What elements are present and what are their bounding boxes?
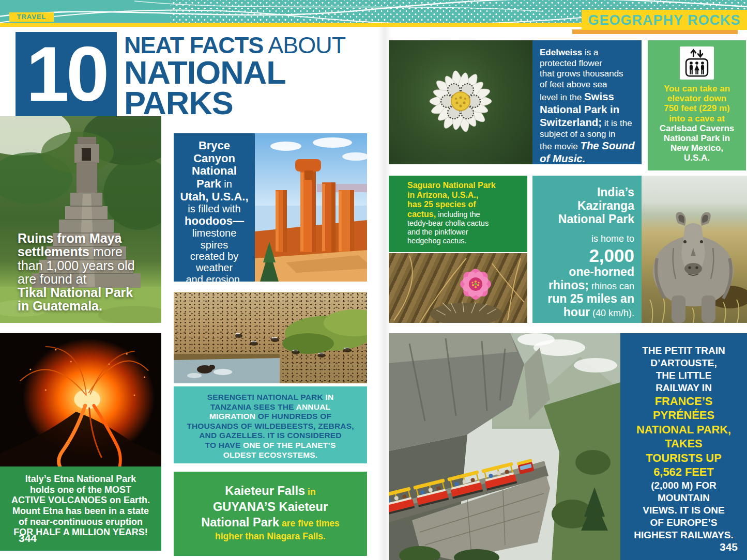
fact-tikal: Ruins from Maya settlements more than 1,… [18,231,161,313]
serengeti-migration-photo [174,292,367,383]
fact-count-badge: 10 [16,32,117,118]
fact-carlsbad: You can take an elevator down 750 feet (… [648,40,746,170]
edelweiss-photo [389,40,532,164]
volcano-eruption-illustration [0,333,161,466]
cactus-flower-photo [389,253,527,323]
fact-saguaro: Saguaro National Park in Arizona, U.S.A.… [389,176,527,252]
section-label-travel: TRAVEL [9,12,54,22]
bryce-canyon-photo [255,133,367,282]
fact-kaieteur: Kaieteur Falls in GUYANA’S Kaieteur Nati… [174,472,367,556]
edelweiss-flower-illustration [389,40,532,164]
rhino-photo [642,176,747,323]
fact-carlsbad-text: You can take an elevator down 750 feet (… [651,84,743,163]
tikal-photo: Ruins from Maya settlements more than 1,… [0,116,161,323]
page-number-left: 344 [19,532,37,554]
rhino-illustration [642,176,747,323]
train-photo [389,333,620,560]
mountain-railway-illustration [389,333,620,560]
fact-train-text: THE PETIT TRAIN D’ARTOUSTE, THE LITTLE R… [623,345,744,541]
title-national: NATIONAL [124,57,372,88]
page-title: NEAT FACTS ABOUT NATIONAL PARKS [124,33,372,118]
fact-serengeti: SERENGETI NATIONAL PARK IN TANZANIA SEES… [174,386,367,463]
etna-photo [0,333,161,466]
cactus-flower-illustration [389,253,527,323]
magazine-spread: TRAVEL GEOGRAPHY ROCKS 10 NEAT FACTS ABO… [0,0,747,560]
fact-kaziranga: India’s Kaziranga National Park is home … [532,176,642,323]
geography-rocks-banner: GEOGRAPHY ROCKS [582,10,747,30]
fact-edelweiss: Edelweiss is a protected flower that gro… [532,40,642,164]
fact-bryce: Bryce Canyon National Park in Utah, U.S.… [174,133,255,282]
title-parks: PARKS [124,88,372,118]
herd-river-illustration [174,292,367,383]
fact-count: 10 [26,30,106,117]
hoodoos-illustration [255,133,367,282]
elevator-icon [680,46,714,80]
banner-shadow [572,29,738,34]
fact-train: THE PETIT TRAIN D’ARTOUSTE, THE LITTLE R… [620,333,747,560]
page-number-right: 345 [720,540,738,554]
